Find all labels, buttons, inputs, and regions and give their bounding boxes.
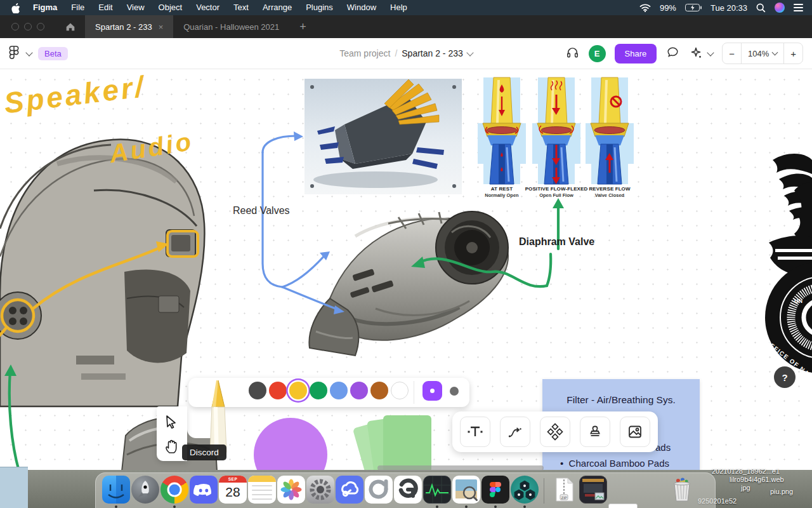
- dock-calendar-icon[interactable]: SEP 28: [219, 476, 247, 504]
- dock-activity-monitor-icon[interactable]: [423, 476, 451, 504]
- marker-color-red[interactable]: [269, 382, 287, 399]
- menu-item-help[interactable]: Help: [383, 0, 414, 15]
- marker-color-white[interactable]: [391, 382, 409, 399]
- image-tool-button[interactable]: [620, 417, 650, 447]
- desktop-file-label[interactable]: 20210128_18962...e1: [712, 467, 780, 475]
- dock-launchpad-icon[interactable]: [131, 476, 159, 504]
- menu-item-plugins[interactable]: Plugins: [299, 0, 340, 15]
- blower-render[interactable]: [309, 211, 508, 356]
- dock-finder-icon[interactable]: [102, 476, 130, 504]
- small-gray-dot-swatch[interactable]: [450, 387, 459, 396]
- tab-spartan-2-233[interactable]: Spartan 2 - 233 ×: [85, 15, 173, 38]
- menu-item-figma[interactable]: Figma: [26, 0, 64, 15]
- share-button[interactable]: Share: [615, 44, 657, 64]
- drawn-green-cards[interactable]: [353, 415, 431, 471]
- drawn-purple-circle[interactable]: [254, 418, 327, 471]
- label-reed-valves[interactable]: Reed Valves: [233, 205, 290, 217]
- marker-color-blue[interactable]: [330, 382, 348, 399]
- help-button[interactable]: ?: [774, 366, 796, 388]
- dock-notes-icon[interactable]: [248, 476, 276, 504]
- zoom-level[interactable]: 104%: [741, 43, 783, 64]
- shapes-stickers-button[interactable]: [540, 417, 570, 447]
- chevron-down-icon[interactable]: [707, 49, 714, 56]
- dock-image-document-icon[interactable]: [579, 476, 607, 504]
- comment-icon[interactable]: [665, 45, 680, 62]
- connector-tool-button[interactable]: [500, 417, 530, 447]
- desktop-file-label[interactable]: jpg: [741, 484, 750, 491]
- dock-capture-loop-gray-icon[interactable]: [365, 476, 393, 504]
- reed-valve-diagram[interactable]: [478, 77, 634, 184]
- tab-close-icon[interactable]: ×: [159, 22, 164, 32]
- zoom-in-button[interactable]: +: [783, 43, 802, 64]
- menu-item-object[interactable]: Object: [152, 0, 190, 15]
- background-window-edge: [0, 467, 28, 508]
- desktop-file-label[interactable]: piu.png: [770, 488, 793, 495]
- dock-chrome-document-icon[interactable]: [608, 504, 638, 508]
- dock-discord-icon[interactable]: [190, 476, 218, 504]
- dock-chrome-icon[interactable]: [160, 476, 188, 504]
- tab-quarian-halloween-2021[interactable]: Quarian - Halloween 2021: [173, 15, 289, 38]
- sparkle-actions-icon[interactable]: [689, 46, 713, 61]
- menu-item-file[interactable]: File: [64, 0, 91, 15]
- menu-item-text[interactable]: Text: [226, 0, 256, 15]
- calendar-day: 28: [219, 483, 247, 502]
- marker-color-brown[interactable]: [370, 382, 388, 399]
- new-tab-button[interactable]: +: [289, 15, 317, 38]
- window-zoom-button[interactable]: [37, 23, 44, 30]
- dock-capture-loop-dark-icon[interactable]: [394, 476, 422, 504]
- avatar[interactable]: E: [589, 45, 606, 62]
- breadcrumb-separator: /: [395, 48, 397, 58]
- battery-charging-icon: [685, 4, 702, 11]
- marker-color-darkgray[interactable]: [249, 382, 266, 399]
- text-tool-button[interactable]: [460, 417, 490, 447]
- dock-zip-archive-icon[interactable]: ZIP: [550, 476, 578, 504]
- marker-color-purple[interactable]: [350, 382, 368, 399]
- zip-label: ZIP: [561, 496, 567, 500]
- select-cursor-icon[interactable]: [163, 414, 178, 433]
- dock-trash-icon[interactable]: [668, 476, 696, 504]
- unsc-emblem[interactable]: [769, 154, 812, 274]
- dock-hex-stars-app-icon[interactable]: [511, 476, 539, 504]
- speaker-driver-render[interactable]: [304, 79, 462, 194]
- menu-item-window[interactable]: Window: [340, 0, 383, 15]
- helmet-render[interactable]: [0, 140, 204, 406]
- audio-headphones-icon[interactable]: [565, 45, 580, 62]
- menu-item-view[interactable]: View: [120, 0, 152, 15]
- dock-cloudapp-icon[interactable]: [336, 476, 363, 504]
- dock-photos-icon[interactable]: [277, 476, 305, 504]
- dock-system-preferences-icon[interactable]: [306, 476, 334, 504]
- chevron-down-icon: [772, 50, 778, 56]
- zoom-out-button[interactable]: −: [723, 43, 741, 64]
- chevron-down-icon[interactable]: [466, 49, 473, 56]
- window-close-button[interactable]: [11, 23, 19, 30]
- horizontal-scrollbar[interactable]: [377, 465, 544, 471]
- breadcrumb-file[interactable]: Spartan 2 - 233: [402, 48, 463, 58]
- tab-label: Quarian - Halloween 2021: [183, 22, 279, 32]
- stamp-tool-button[interactable]: [580, 417, 610, 447]
- menu-item-edit[interactable]: Edit: [91, 0, 119, 15]
- home-button[interactable]: [56, 15, 85, 38]
- wifi-icon[interactable]: [639, 4, 651, 12]
- valve-caption-3: REVERSE FLOW Valve Closed: [565, 186, 654, 198]
- figma-toolbar: Beta Team project / Spartan 2 - 233 E Sh…: [0, 38, 812, 69]
- zoom-controls: − 104% +: [722, 43, 803, 64]
- marker-color-green[interactable]: [310, 382, 327, 399]
- apple-menu-icon[interactable]: [8, 3, 26, 13]
- dock-figma-icon[interactable]: [481, 476, 509, 504]
- menu-item-arrange[interactable]: Arrange: [256, 0, 299, 15]
- macos-dock: SEP 28: [95, 472, 716, 508]
- menubar-clock[interactable]: Tue 20:33: [710, 3, 747, 13]
- calendar-month: SEP: [219, 476, 247, 483]
- menu-item-vector[interactable]: Vector: [189, 0, 226, 15]
- breadcrumb-project[interactable]: Team project: [339, 48, 390, 58]
- search-icon[interactable]: [756, 3, 766, 13]
- label-diaphram-valve[interactable]: Diaphram Valve: [519, 236, 594, 248]
- hand-tool-icon[interactable]: [163, 437, 180, 457]
- marker-color-yellow-selected[interactable]: [289, 382, 307, 399]
- siri-icon[interactable]: [775, 3, 785, 13]
- sticker-swatch-purple[interactable]: [422, 381, 442, 401]
- window-minimize-button[interactable]: [24, 23, 32, 30]
- desktop-file-label[interactable]: lilro9b4i4g61.web: [730, 476, 784, 483]
- menu-list-icon[interactable]: [794, 4, 803, 11]
- dock-preview-icon[interactable]: [452, 476, 480, 504]
